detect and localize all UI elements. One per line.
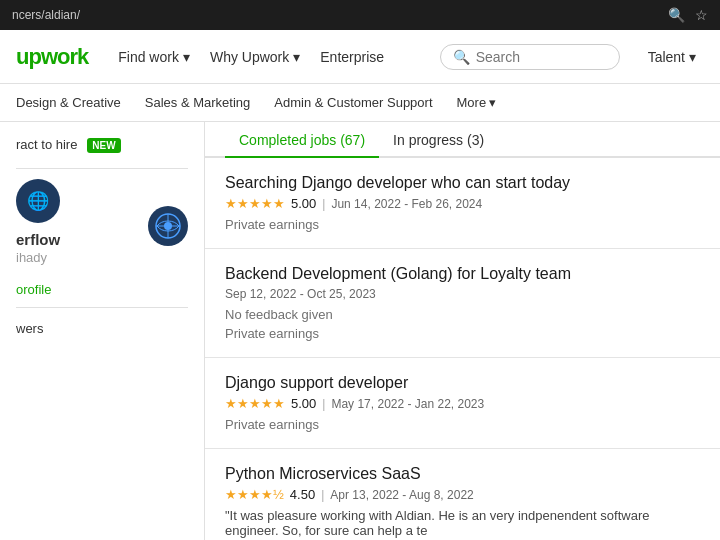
date-range: Apr 13, 2022 - Aug 8, 2022 <box>330 488 473 502</box>
job-card: Python Microservices SaaS ★★★★½ 4.50 | A… <box>205 449 720 540</box>
job-card: Django support developer ★★★★★ 5.00 | Ma… <box>205 358 720 449</box>
tabs-row: Completed jobs (67) In progress (3) <box>205 122 720 158</box>
main-content: Completed jobs (67) In progress (3) Sear… <box>205 122 720 540</box>
top-nav-right: 🔍 ☆ <box>668 7 708 23</box>
sidebar-title: erflow <box>16 231 60 248</box>
sidebar-nav-wers[interactable]: wers <box>16 318 188 339</box>
private-earnings: Private earnings <box>225 417 700 432</box>
separator: | <box>322 397 325 411</box>
talent-button[interactable]: Talent ▾ <box>640 45 704 69</box>
job-title[interactable]: Searching Django developer who can start… <box>225 174 700 192</box>
search-input[interactable] <box>476 49 596 65</box>
search-box[interactable]: 🔍 <box>440 44 620 70</box>
job-list: Searching Django developer who can start… <box>205 158 720 540</box>
search-icon: 🔍 <box>453 49 470 65</box>
stars: ★★★★½ <box>225 487 284 502</box>
main-nav: upwork Find work ▾ Why Upwork ▾ Enterpri… <box>0 30 720 84</box>
separator: | <box>322 197 325 211</box>
contract-label: ract to hire <box>16 137 77 152</box>
job-meta: ★★★★½ 4.50 | Apr 13, 2022 - Aug 8, 2022 <box>225 487 700 502</box>
job-meta: Sep 12, 2022 - Oct 25, 2023 <box>225 287 700 301</box>
job-meta: ★★★★★ 5.00 | Jun 14, 2022 - Feb 26, 2024 <box>225 196 700 211</box>
chevron-down-icon: ▾ <box>489 95 496 110</box>
category-nav: Design & Creative Sales & Marketing Admi… <box>0 84 720 122</box>
main-layout: ract to hire NEW 🌐 erflow ihady o <box>0 122 720 540</box>
private-earnings: Private earnings <box>225 217 700 232</box>
job-title[interactable]: Django support developer <box>225 374 700 392</box>
rating-value: 5.00 <box>291 396 316 411</box>
search-icon[interactable]: 🔍 <box>668 7 685 23</box>
url-display: ncers/aldian/ <box>12 8 80 22</box>
profile-link[interactable]: orofile <box>16 282 51 297</box>
chevron-down-icon: ▾ <box>183 49 190 65</box>
separator: | <box>321 488 324 502</box>
tab-completed[interactable]: Completed jobs (67) <box>225 122 379 158</box>
logo: upwork <box>16 44 88 70</box>
find-work-label: Find work <box>118 49 179 65</box>
top-nav: ncers/aldian/ 🔍 ☆ <box>0 0 720 30</box>
find-work-link[interactable]: Find work ▾ <box>118 49 190 65</box>
cat-nav-admin[interactable]: Admin & Customer Support <box>274 95 432 110</box>
sidebar-profile-row: 🌐 erflow ihady <box>16 179 188 273</box>
stars: ★★★★★ <box>225 196 285 211</box>
cat-nav-sales[interactable]: Sales & Marketing <box>145 95 251 110</box>
no-feedback: No feedback given <box>225 307 700 322</box>
cat-nav-more[interactable]: More ▾ <box>457 95 497 110</box>
more-label: More <box>457 95 487 110</box>
private-earnings: Private earnings <box>225 326 700 341</box>
talent-label: Talent <box>648 49 685 65</box>
date-range: May 17, 2022 - Jan 22, 2023 <box>331 397 484 411</box>
date-range: Jun 14, 2022 - Feb 26, 2024 <box>331 197 482 211</box>
job-title[interactable]: Python Microservices SaaS <box>225 465 700 483</box>
sidebar: ract to hire NEW 🌐 erflow ihady o <box>0 122 205 540</box>
enterprise-link[interactable]: Enterprise <box>320 49 384 65</box>
divider-2 <box>16 307 188 308</box>
rating-value: 5.00 <box>291 196 316 211</box>
new-badge: NEW <box>87 138 120 153</box>
rating-value: 4.50 <box>290 487 315 502</box>
divider <box>16 168 188 169</box>
cat-nav-design[interactable]: Design & Creative <box>16 95 121 110</box>
chevron-down-icon: ▾ <box>689 49 696 65</box>
star-icon[interactable]: ☆ <box>695 7 708 23</box>
why-upwork-label: Why Upwork <box>210 49 289 65</box>
tab-in-progress[interactable]: In progress (3) <box>379 122 498 158</box>
job-title[interactable]: Backend Development (Golang) for Loyalty… <box>225 265 700 283</box>
avatar: 🌐 <box>16 179 60 223</box>
chevron-down-icon: ▾ <box>293 49 300 65</box>
job-meta: ★★★★★ 5.00 | May 17, 2022 - Jan 22, 2023 <box>225 396 700 411</box>
stars: ★★★★★ <box>225 396 285 411</box>
sidebar-contract: ract to hire NEW <box>16 136 188 152</box>
why-upwork-link[interactable]: Why Upwork ▾ <box>210 49 300 65</box>
profile-icon <box>148 206 188 246</box>
review-text: "It was pleasure working with Aldian. He… <box>225 508 700 538</box>
date-range: Sep 12, 2022 - Oct 25, 2023 <box>225 287 376 301</box>
job-card: Backend Development (Golang) for Loyalty… <box>205 249 720 358</box>
job-card: Searching Django developer who can start… <box>205 158 720 249</box>
sidebar-subtitle: ihady <box>16 250 60 265</box>
